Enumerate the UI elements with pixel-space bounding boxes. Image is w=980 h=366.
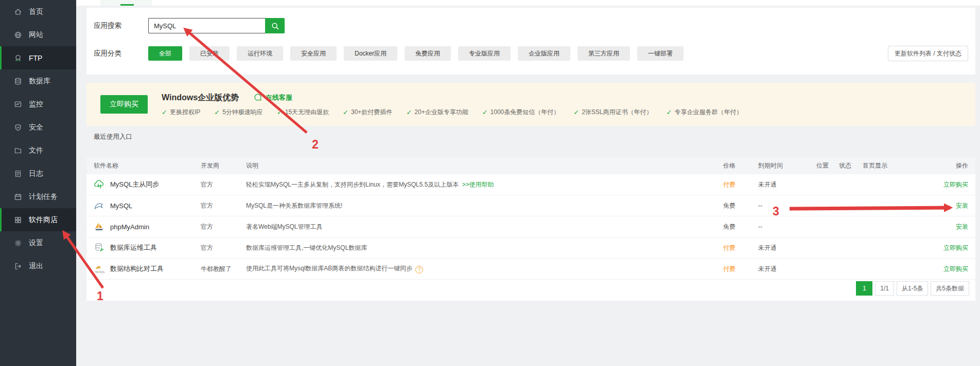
category-installed[interactable]: 已安装: [189, 46, 230, 61]
category-docker[interactable]: Docker应用: [344, 46, 397, 61]
banner-feature: ✓更换授权IP: [162, 108, 200, 117]
check-icon: ✓: [573, 108, 579, 116]
update-software-list-button[interactable]: 更新软件列表 / 支付状态: [888, 46, 968, 61]
sidebar-item-security[interactable]: 安全: [0, 116, 76, 139]
banner-features: ✓更换授权IP✓5分钟极速响应✓15天无理由退款✓30+款付费插件✓20+企业版…: [162, 108, 756, 117]
description: 轻松实现MySQL一主多从复制，支持同步到Linux，需要MySQL5.5及以上…: [246, 181, 459, 188]
index-show-cell: [863, 216, 909, 237]
column-header: 位置: [816, 157, 839, 174]
log-icon: [14, 170, 22, 178]
software-store-page: 首页网站FTP数据库监控安全文件日志计划任务软件商店设置退出 应用搜索 应用分类…: [0, 0, 980, 366]
position-cell: [816, 195, 839, 216]
position-cell: [816, 237, 839, 259]
ftp-icon: [14, 54, 22, 62]
pagination: 1 1/1 从1-5条 共5条数据: [856, 281, 969, 296]
search-box: [148, 18, 285, 33]
sidebar-item-files[interactable]: 文件: [0, 139, 76, 162]
banner-feature: ✓5分钟极速响应: [214, 108, 263, 117]
category-deploy[interactable]: 一键部署: [637, 46, 684, 61]
table-row: MySQL主从同步官方轻松实现MySQL一主多从复制，支持同步到Linux，需要…: [86, 174, 975, 195]
shield-icon: [14, 123, 22, 132]
buy-link[interactable]: 立即购买: [943, 181, 968, 188]
category-runtime[interactable]: 运行环境: [237, 46, 283, 61]
software-table-card: 软件名称开发商说明价格到期时间位置状态首页显示操作 MySQL主从同步官方轻松实…: [86, 157, 975, 301]
online-support-link[interactable]: 在线客服: [253, 93, 292, 102]
active-tab-indicator: [120, 4, 134, 6]
feature-label: 30+款付费插件: [351, 108, 392, 117]
expire-time: 未开通: [758, 237, 816, 259]
category-thirdparty[interactable]: 第三方应用: [577, 46, 630, 61]
sidebar-item-label: 计划任务: [29, 192, 58, 202]
sidebar-item-site[interactable]: 网站: [0, 23, 76, 46]
db-tool-icon: [94, 242, 105, 253]
status-cell: [839, 259, 863, 280]
position-cell: [816, 174, 839, 195]
feature-label: 更换授权IP: [170, 108, 200, 117]
app-search-input[interactable]: [148, 18, 265, 33]
sidebar-item-monitor[interactable]: 监控: [0, 93, 76, 116]
software-table: 软件名称开发商说明价格到期时间位置状态首页显示操作 MySQL主从同步官方轻松实…: [86, 157, 975, 280]
question-icon[interactable]: ?: [415, 266, 423, 273]
index-show-cell: [863, 174, 909, 195]
app-search-label: 应用搜索: [94, 21, 148, 30]
column-header: 操作: [909, 157, 975, 174]
buy-link[interactable]: 立即购买: [943, 244, 968, 251]
sidebar-item-store[interactable]: 软件商店: [0, 208, 76, 231]
sidebar-item-logout[interactable]: 退出: [0, 254, 76, 278]
install-link[interactable]: 安装: [956, 202, 968, 209]
developer: 官方: [201, 195, 246, 216]
install-link[interactable]: 安装: [956, 223, 968, 230]
software-name: 数据结构比对工具: [110, 264, 164, 273]
check-icon: ✓: [214, 108, 220, 116]
description: 著名Web端MySQL管理工具: [246, 223, 322, 230]
feature-label: 1000条免费短信（年付）: [491, 108, 560, 117]
feature-label: 15天无理由退款: [285, 108, 329, 117]
column-header: 开发商: [201, 157, 246, 174]
sidebar-item-logs[interactable]: 日志: [0, 162, 76, 185]
price: 付费: [723, 259, 758, 280]
tab-strip: [76, 0, 980, 6]
status-cell: [839, 237, 863, 259]
feature-label: 2张SSL商用证书（年付）: [582, 108, 652, 117]
sidebar-item-cron[interactable]: 计划任务: [0, 185, 76, 208]
help-link[interactable]: >>使用帮助: [462, 181, 494, 188]
sidebar-item-label: 软件商店: [29, 215, 58, 225]
sidebar-item-label: 监控: [29, 100, 43, 109]
buy-now-button[interactable]: 立即购买: [100, 95, 148, 114]
sidebar-item-config[interactable]: 设置: [0, 231, 76, 254]
software-name: 数据库运维工具: [110, 243, 157, 252]
category-pro[interactable]: 专业版应用: [458, 46, 511, 61]
index-show-cell: [863, 195, 909, 216]
column-header: 价格: [723, 157, 758, 174]
sidebar-item-label: 首页: [29, 7, 43, 16]
app-category-label: 应用分类: [94, 49, 148, 58]
table-body: MySQL主从同步官方轻松实现MySQL一主多从复制，支持同步到Linux，需要…: [86, 174, 975, 280]
description: 使用此工具可将Mysql数据库AB两表的数据结构进行一键同步: [246, 265, 412, 272]
position-cell: [816, 216, 839, 237]
sidebar-item-ftp[interactable]: FTP: [0, 46, 76, 69]
sidebar-item-database[interactable]: 数据库: [0, 69, 76, 93]
category-enterprise[interactable]: 企业版应用: [518, 46, 570, 61]
buy-link[interactable]: 立即购买: [943, 265, 968, 272]
developer: 官方: [201, 216, 246, 237]
expire-time: --: [758, 195, 816, 216]
index-show-cell: [863, 259, 909, 280]
phpmyadmin-icon: [94, 221, 105, 232]
expire-time: --: [758, 216, 816, 237]
sidebar-item-home[interactable]: 首页: [0, 0, 76, 23]
gear-icon: [14, 239, 22, 247]
logout-icon: [14, 262, 22, 270]
sidebar-item-label: 数据库: [29, 77, 50, 86]
total-count: 共5条数据: [931, 281, 969, 296]
category-security-app[interactable]: 安全应用: [290, 46, 337, 61]
database-icon: [14, 77, 22, 85]
description: MySQL是一种关系数据库管理系统!: [246, 202, 342, 209]
table-row: 数据库运维工具官方数据库运维管理工具,一键优化MySQL数据库付费未开通立即购买: [86, 237, 975, 259]
category-free[interactable]: 免费应用: [405, 46, 451, 61]
developer: 官方: [201, 237, 246, 259]
search-button[interactable]: [265, 18, 285, 33]
position-cell: [816, 259, 839, 280]
page-number[interactable]: 1: [856, 281, 872, 296]
check-icon: ✓: [667, 108, 672, 116]
category-all[interactable]: 全部: [148, 46, 182, 61]
